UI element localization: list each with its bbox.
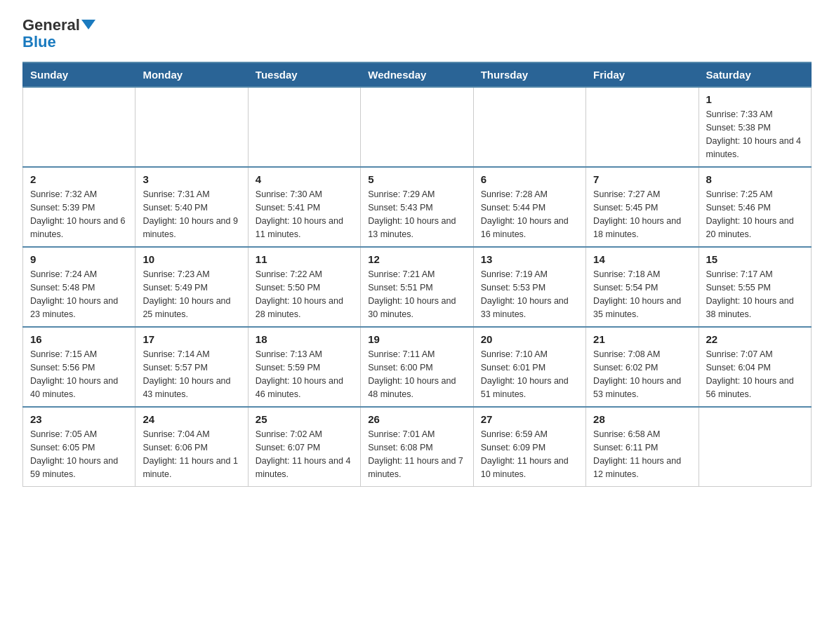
day-info: Sunrise: 7:13 AM Sunset: 5:59 PM Dayligh… xyxy=(256,348,353,401)
calendar-week-row: 9Sunrise: 7:24 AM Sunset: 5:48 PM Daylig… xyxy=(23,247,812,327)
day-number: 9 xyxy=(30,253,128,265)
weekday-header-thursday: Thursday xyxy=(473,62,585,87)
logo-blue-text: Blue xyxy=(22,33,56,51)
day-number: 5 xyxy=(368,173,465,185)
day-info: Sunrise: 7:08 AM Sunset: 6:02 PM Dayligh… xyxy=(593,348,691,401)
day-number: 10 xyxy=(143,253,240,265)
day-number: 2 xyxy=(30,173,128,185)
calendar-cell: 13Sunrise: 7:19 AM Sunset: 5:53 PM Dayli… xyxy=(473,247,585,327)
day-number: 19 xyxy=(368,333,465,345)
calendar-cell: 23Sunrise: 7:05 AM Sunset: 6:05 PM Dayli… xyxy=(23,407,135,487)
calendar-cell: 20Sunrise: 7:10 AM Sunset: 6:01 PM Dayli… xyxy=(473,327,585,407)
day-info: Sunrise: 6:59 AM Sunset: 6:09 PM Dayligh… xyxy=(481,428,578,481)
calendar-cell: 28Sunrise: 6:58 AM Sunset: 6:11 PM Dayli… xyxy=(586,407,699,487)
day-number: 23 xyxy=(30,413,128,425)
calendar-cell: 1Sunrise: 7:33 AM Sunset: 5:38 PM Daylig… xyxy=(699,87,811,167)
day-info: Sunrise: 7:30 AM Sunset: 5:41 PM Dayligh… xyxy=(256,188,353,241)
weekday-header-saturday: Saturday xyxy=(699,62,811,87)
calendar-cell xyxy=(361,87,473,167)
day-number: 15 xyxy=(706,253,804,265)
weekday-header-friday: Friday xyxy=(586,62,699,87)
calendar-cell: 19Sunrise: 7:11 AM Sunset: 6:00 PM Dayli… xyxy=(361,327,473,407)
day-number: 14 xyxy=(593,253,691,265)
weekday-header-sunday: Sunday xyxy=(23,62,135,87)
day-info: Sunrise: 7:17 AM Sunset: 5:55 PM Dayligh… xyxy=(706,268,804,321)
calendar-cell: 10Sunrise: 7:23 AM Sunset: 5:49 PM Dayli… xyxy=(135,247,248,327)
day-number: 17 xyxy=(143,333,240,345)
calendar-cell: 27Sunrise: 6:59 AM Sunset: 6:09 PM Dayli… xyxy=(473,407,585,487)
day-number: 8 xyxy=(706,173,804,185)
calendar-week-row: 2Sunrise: 7:32 AM Sunset: 5:39 PM Daylig… xyxy=(23,167,812,247)
calendar-cell: 5Sunrise: 7:29 AM Sunset: 5:43 PM Daylig… xyxy=(361,167,473,247)
calendar-cell: 18Sunrise: 7:13 AM Sunset: 5:59 PM Dayli… xyxy=(248,327,360,407)
day-info: Sunrise: 7:33 AM Sunset: 5:38 PM Dayligh… xyxy=(706,108,804,161)
day-info: Sunrise: 7:21 AM Sunset: 5:51 PM Dayligh… xyxy=(368,268,465,321)
day-number: 1 xyxy=(706,93,804,105)
day-number: 22 xyxy=(706,333,804,345)
calendar-cell: 4Sunrise: 7:30 AM Sunset: 5:41 PM Daylig… xyxy=(248,167,360,247)
calendar-cell: 9Sunrise: 7:24 AM Sunset: 5:48 PM Daylig… xyxy=(23,247,135,327)
day-number: 12 xyxy=(368,253,465,265)
day-info: Sunrise: 7:10 AM Sunset: 6:01 PM Dayligh… xyxy=(481,348,578,401)
day-info: Sunrise: 7:01 AM Sunset: 6:08 PM Dayligh… xyxy=(368,428,465,481)
day-number: 25 xyxy=(256,413,353,425)
day-info: Sunrise: 7:14 AM Sunset: 5:57 PM Dayligh… xyxy=(143,348,240,401)
calendar-cell xyxy=(586,87,699,167)
calendar-cell xyxy=(248,87,360,167)
day-info: Sunrise: 7:32 AM Sunset: 5:39 PM Dayligh… xyxy=(30,188,128,241)
day-number: 21 xyxy=(593,333,691,345)
day-info: Sunrise: 7:04 AM Sunset: 6:06 PM Dayligh… xyxy=(143,428,240,481)
calendar-header-row: SundayMondayTuesdayWednesdayThursdayFrid… xyxy=(23,62,812,87)
calendar-cell: 16Sunrise: 7:15 AM Sunset: 5:56 PM Dayli… xyxy=(23,327,135,407)
day-number: 24 xyxy=(143,413,240,425)
calendar-cell: 15Sunrise: 7:17 AM Sunset: 5:55 PM Dayli… xyxy=(699,247,811,327)
day-number: 6 xyxy=(481,173,578,185)
logo-triangle-icon xyxy=(81,20,95,29)
calendar-cell: 11Sunrise: 7:22 AM Sunset: 5:50 PM Dayli… xyxy=(248,247,360,327)
day-number: 20 xyxy=(481,333,578,345)
calendar-cell: 6Sunrise: 7:28 AM Sunset: 5:44 PM Daylig… xyxy=(473,167,585,247)
page-header: GeneralBlue xyxy=(22,17,812,51)
logo-text: GeneralBlue xyxy=(22,17,95,51)
calendar-cell: 8Sunrise: 7:25 AM Sunset: 5:46 PM Daylig… xyxy=(699,167,811,247)
calendar-cell: 14Sunrise: 7:18 AM Sunset: 5:54 PM Dayli… xyxy=(586,247,699,327)
day-info: Sunrise: 7:05 AM Sunset: 6:05 PM Dayligh… xyxy=(30,428,128,481)
day-info: Sunrise: 7:27 AM Sunset: 5:45 PM Dayligh… xyxy=(593,188,691,241)
calendar-cell xyxy=(473,87,585,167)
day-number: 3 xyxy=(143,173,240,185)
day-info: Sunrise: 7:07 AM Sunset: 6:04 PM Dayligh… xyxy=(706,348,804,401)
day-number: 27 xyxy=(481,413,578,425)
day-number: 18 xyxy=(256,333,353,345)
day-info: Sunrise: 7:31 AM Sunset: 5:40 PM Dayligh… xyxy=(143,188,240,241)
calendar-week-row: 1Sunrise: 7:33 AM Sunset: 5:38 PM Daylig… xyxy=(23,87,812,167)
day-number: 26 xyxy=(368,413,465,425)
day-number: 13 xyxy=(481,253,578,265)
calendar-table: SundayMondayTuesdayWednesdayThursdayFrid… xyxy=(22,62,812,487)
day-info: Sunrise: 6:58 AM Sunset: 6:11 PM Dayligh… xyxy=(593,428,691,481)
calendar-week-row: 16Sunrise: 7:15 AM Sunset: 5:56 PM Dayli… xyxy=(23,327,812,407)
day-info: Sunrise: 7:15 AM Sunset: 5:56 PM Dayligh… xyxy=(30,348,128,401)
calendar-cell: 3Sunrise: 7:31 AM Sunset: 5:40 PM Daylig… xyxy=(135,167,248,247)
day-number: 28 xyxy=(593,413,691,425)
day-info: Sunrise: 7:28 AM Sunset: 5:44 PM Dayligh… xyxy=(481,188,578,241)
day-info: Sunrise: 7:22 AM Sunset: 5:50 PM Dayligh… xyxy=(256,268,353,321)
day-number: 4 xyxy=(256,173,353,185)
calendar-cell: 7Sunrise: 7:27 AM Sunset: 5:45 PM Daylig… xyxy=(586,167,699,247)
logo: GeneralBlue xyxy=(22,17,95,51)
calendar-cell: 12Sunrise: 7:21 AM Sunset: 5:51 PM Dayli… xyxy=(361,247,473,327)
day-info: Sunrise: 7:18 AM Sunset: 5:54 PM Dayligh… xyxy=(593,268,691,321)
calendar-cell: 25Sunrise: 7:02 AM Sunset: 6:07 PM Dayli… xyxy=(248,407,360,487)
day-info: Sunrise: 7:02 AM Sunset: 6:07 PM Dayligh… xyxy=(256,428,353,481)
calendar-cell xyxy=(135,87,248,167)
calendar-cell: 21Sunrise: 7:08 AM Sunset: 6:02 PM Dayli… xyxy=(586,327,699,407)
day-number: 11 xyxy=(256,253,353,265)
day-info: Sunrise: 7:25 AM Sunset: 5:46 PM Dayligh… xyxy=(706,188,804,241)
day-info: Sunrise: 7:19 AM Sunset: 5:53 PM Dayligh… xyxy=(481,268,578,321)
weekday-header-wednesday: Wednesday xyxy=(361,62,473,87)
calendar-cell: 2Sunrise: 7:32 AM Sunset: 5:39 PM Daylig… xyxy=(23,167,135,247)
weekday-header-monday: Monday xyxy=(135,62,248,87)
calendar-cell: 24Sunrise: 7:04 AM Sunset: 6:06 PM Dayli… xyxy=(135,407,248,487)
day-number: 16 xyxy=(30,333,128,345)
calendar-cell: 17Sunrise: 7:14 AM Sunset: 5:57 PM Dayli… xyxy=(135,327,248,407)
day-number: 7 xyxy=(593,173,691,185)
